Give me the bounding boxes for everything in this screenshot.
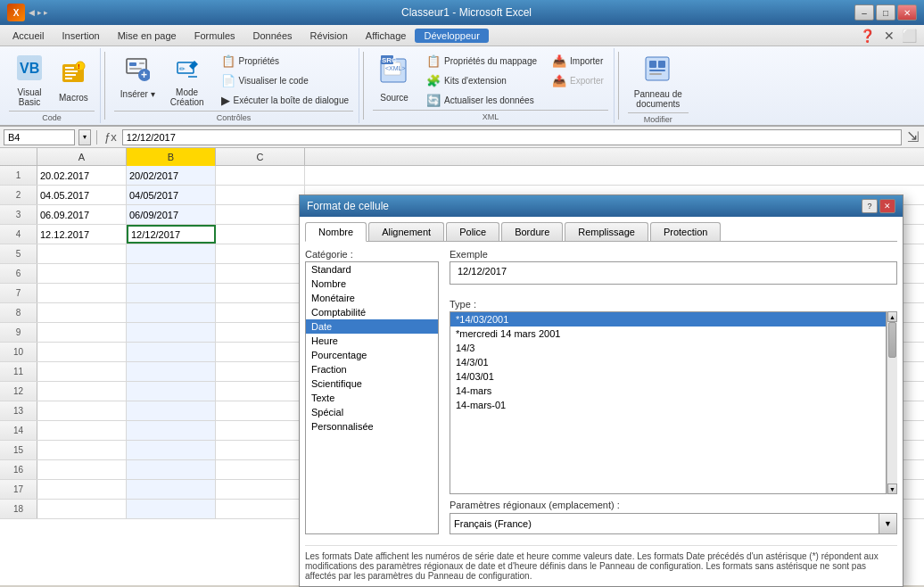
executer-boite-button[interactable]: ▶ Exécuter la boîte de dialogue [217, 91, 354, 110]
col-header-a[interactable]: A [37, 148, 127, 166]
cell-b10[interactable] [127, 343, 216, 361]
menu-formules[interactable]: Formules [186, 29, 244, 43]
cell-c16[interactable] [216, 460, 305, 479]
formula-content[interactable]: 12/12/2017 [122, 129, 902, 145]
type-item-1[interactable]: *14/03/2001 [450, 312, 886, 327]
visual-basic-button[interactable]: VB VisualBasic [9, 50, 50, 111]
params-dropdown-button[interactable]: ▼ [879, 513, 897, 534]
menu-revision[interactable]: Révision [301, 29, 357, 43]
cell-b14[interactable] [127, 421, 216, 440]
cat-texte[interactable]: Texte [306, 391, 438, 405]
cell-a15[interactable] [37, 441, 127, 459]
cat-heure[interactable]: Heure [306, 334, 438, 348]
cell-c15[interactable] [216, 441, 305, 459]
row-num-7[interactable]: 7 [0, 284, 37, 302]
name-box[interactable]: B4 [4, 129, 75, 145]
proprietes-button[interactable]: 📋 Propriétés [217, 52, 354, 70]
dialog-close-button[interactable]: ✕ [879, 199, 895, 213]
row-num-14[interactable]: 14 [0, 421, 37, 440]
cat-comptabilite[interactable]: Comptabilité [306, 305, 438, 319]
cell-a17[interactable] [37, 480, 127, 499]
menu-affichage[interactable]: Affichage [357, 29, 416, 43]
cell-b3[interactable]: 06/09/2017 [127, 205, 216, 224]
cell-a4[interactable]: 12.12.2017 [37, 225, 127, 244]
cell-a5[interactable] [37, 244, 127, 263]
row-num-12[interactable]: 12 [0, 382, 37, 401]
cell-b5[interactable] [127, 244, 216, 263]
tab-protection[interactable]: Protection [650, 222, 722, 241]
cell-a13[interactable] [37, 401, 127, 420]
cat-nombre[interactable]: Nombre [306, 277, 438, 291]
cell-c12[interactable] [216, 382, 305, 401]
type-item-5[interactable]: 14/03/01 [450, 369, 886, 384]
cell-c1[interactable] [216, 166, 305, 185]
dialog-help-button[interactable]: ? [862, 199, 878, 213]
cell-c18[interactable] [216, 500, 305, 518]
cell-a2[interactable]: 04.05.2017 [37, 186, 127, 204]
cell-b6[interactable] [127, 264, 216, 283]
row-num-16[interactable]: 16 [0, 460, 37, 479]
cell-c5[interactable] [216, 244, 305, 263]
row-num-9[interactable]: 9 [0, 323, 37, 342]
cell-c2[interactable] [216, 186, 305, 204]
scroll-down-button[interactable]: ▼ [887, 484, 897, 494]
cell-a16[interactable] [37, 460, 127, 479]
actualiser-donnees-button[interactable]: 🔄 Actualiser les données [422, 91, 541, 110]
source-button[interactable]: <XML> SRC Source [373, 50, 416, 106]
col-header-c[interactable]: C [216, 148, 305, 166]
cat-fraction[interactable]: Fraction [306, 362, 438, 376]
cell-b8[interactable] [127, 303, 216, 322]
type-item-6[interactable]: 14-mars [450, 384, 886, 398]
cell-b15[interactable] [127, 441, 216, 459]
tab-nombre[interactable]: Nombre [305, 222, 367, 242]
cell-b9[interactable] [127, 323, 216, 342]
cell-a18[interactable] [37, 500, 127, 518]
cell-c6[interactable] [216, 264, 305, 283]
cat-standard[interactable]: Standard [306, 262, 438, 277]
row-num-2[interactable]: 2 [0, 186, 37, 204]
proprietes-mappage-button[interactable]: 📋 Propriétés du mappage [422, 52, 541, 70]
cell-a10[interactable] [37, 343, 127, 361]
cat-special[interactable]: Spécial [306, 405, 438, 419]
cell-b12[interactable] [127, 382, 216, 401]
cell-c17[interactable] [216, 480, 305, 499]
menu-mise-en-page[interactable]: Mise en page [109, 29, 186, 43]
tab-alignement[interactable]: Alignement [368, 222, 444, 241]
maximize-button[interactable]: □ [876, 4, 895, 21]
cell-c3[interactable] [216, 205, 305, 224]
row-num-6[interactable]: 6 [0, 264, 37, 283]
tab-police[interactable]: Police [446, 222, 499, 241]
tab-bordure[interactable]: Bordure [501, 222, 563, 241]
cell-a9[interactable] [37, 323, 127, 342]
col-header-b[interactable]: B [127, 148, 216, 166]
kits-extension-button[interactable]: 🧩 Kits d'extension [422, 71, 541, 90]
cell-c4[interactable] [216, 225, 305, 244]
cell-b11[interactable] [127, 362, 216, 381]
cat-scientifique[interactable]: Scientifique [306, 376, 438, 391]
cell-b4[interactable]: 12/12/2017 [127, 225, 216, 244]
cat-date[interactable]: Date [306, 319, 438, 334]
mode-creation-button[interactable]: ✏ ModeCréation [164, 50, 210, 111]
cell-b7[interactable] [127, 284, 216, 302]
cell-a7[interactable] [37, 284, 127, 302]
type-list[interactable]: *14/03/2001 *mercredi 14 mars 2001 14/3 … [450, 311, 887, 494]
close-button[interactable]: ✕ [897, 4, 917, 21]
cell-b1[interactable]: 20/02/2017 [127, 166, 216, 185]
cell-a3[interactable]: 06.09.2017 [37, 205, 127, 224]
cell-a6[interactable] [37, 264, 127, 283]
cell-b18[interactable] [127, 500, 216, 518]
row-num-5[interactable]: 5 [0, 244, 37, 263]
row-num-15[interactable]: 15 [0, 441, 37, 459]
panneau-documents-button[interactable]: Panneau dedocuments [628, 50, 689, 112]
cat-monetaire[interactable]: Monétaire [306, 291, 438, 305]
cell-c11[interactable] [216, 362, 305, 381]
row-num-18[interactable]: 18 [0, 500, 37, 518]
type-item-2[interactable]: *mercredi 14 mars 2001 [450, 327, 886, 341]
scroll-up-button[interactable]: ▲ [887, 311, 897, 322]
cell-a11[interactable] [37, 362, 127, 381]
cell-c9[interactable] [216, 323, 305, 342]
cell-b17[interactable] [127, 480, 216, 499]
tab-remplissage[interactable]: Remplissage [565, 222, 648, 241]
cell-b16[interactable] [127, 460, 216, 479]
type-item-4[interactable]: 14/3/01 [450, 355, 886, 369]
